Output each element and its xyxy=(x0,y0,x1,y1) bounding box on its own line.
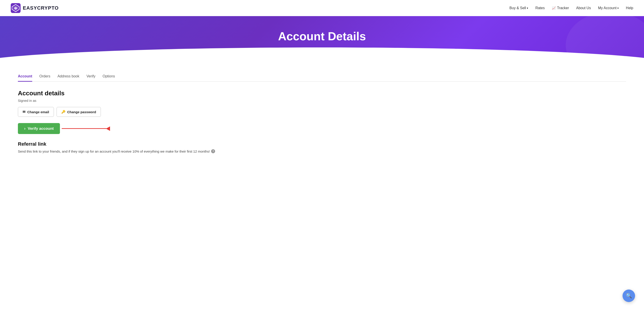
change-password-label: Change password xyxy=(67,110,96,114)
tabs: Account Orders Address book Verify Optio… xyxy=(18,74,626,82)
nav-help[interactable]: Help xyxy=(626,6,633,10)
chevron-right-icon: › xyxy=(24,126,26,131)
referral-title: Referral link xyxy=(18,141,626,147)
section-title: Account details xyxy=(18,90,626,97)
account-action-buttons: ✉ Change email 🔑 Change password xyxy=(18,107,626,117)
nav-rates-link[interactable]: Rates xyxy=(535,6,545,10)
nav-tracker[interactable]: 📈 Tracker xyxy=(552,6,569,10)
arrow-head xyxy=(106,126,110,131)
tab-orders[interactable]: Orders xyxy=(39,74,50,82)
nav-tracker-link[interactable]: Tracker xyxy=(557,6,569,10)
buy-sell-chevron-icon: ▾ xyxy=(527,7,528,10)
arrow-indicator xyxy=(62,126,110,131)
navbar: EASYCRYPTO Buy & Sell ▾ Rates 📈 Tracker … xyxy=(0,0,644,16)
nav-buy-sell[interactable]: Buy & Sell ▾ xyxy=(510,6,528,10)
nav-rates[interactable]: Rates xyxy=(535,6,545,10)
brand-name: EASYCRYPTO xyxy=(23,5,58,11)
verify-account-button[interactable]: › Verify account xyxy=(18,123,60,134)
arrow-line xyxy=(62,128,106,129)
tracker-chart-icon: 📈 xyxy=(552,6,556,10)
nav-about-us-link[interactable]: About Us xyxy=(576,6,591,10)
email-icon: ✉ xyxy=(22,110,26,114)
my-account-chevron-icon: ▾ xyxy=(618,7,619,10)
referral-text-content: Send this link to your friends, and if t… xyxy=(18,149,210,153)
page-title: Account Details xyxy=(11,30,633,43)
help-icon[interactable]: ? xyxy=(211,149,215,153)
nav-my-account[interactable]: My Account ▾ xyxy=(598,6,619,10)
change-email-button[interactable]: ✉ Change email xyxy=(18,107,54,117)
nav-my-account-link[interactable]: My Account xyxy=(598,6,616,10)
tab-verify[interactable]: Verify xyxy=(86,74,96,82)
nav-help-link[interactable]: Help xyxy=(626,6,633,10)
referral-description: Send this link to your friends, and if t… xyxy=(18,149,626,153)
logo-area[interactable]: EASYCRYPTO xyxy=(11,3,58,13)
key-icon: 🔑 xyxy=(61,110,66,114)
nav-links: Buy & Sell ▾ Rates 📈 Tracker About Us My… xyxy=(510,6,633,10)
hero-banner: Account Details xyxy=(0,16,644,65)
verify-account-label: Verify account xyxy=(28,126,54,131)
tab-address-book[interactable]: Address book xyxy=(58,74,80,82)
logo-icon xyxy=(11,3,20,13)
account-content: Account details Signed in as ✉ Change em… xyxy=(0,82,644,161)
signed-in-label: Signed in as xyxy=(18,99,626,103)
change-password-button[interactable]: 🔑 Change password xyxy=(56,107,101,117)
change-email-label: Change email xyxy=(27,110,49,114)
tab-account[interactable]: Account xyxy=(18,74,32,82)
nav-buy-sell-link[interactable]: Buy & Sell xyxy=(510,6,526,10)
verify-row: › Verify account xyxy=(18,123,626,134)
tab-options[interactable]: Options xyxy=(103,74,115,82)
tabs-section: Account Orders Address book Verify Optio… xyxy=(0,65,644,82)
nav-about-us[interactable]: About Us xyxy=(576,6,591,10)
